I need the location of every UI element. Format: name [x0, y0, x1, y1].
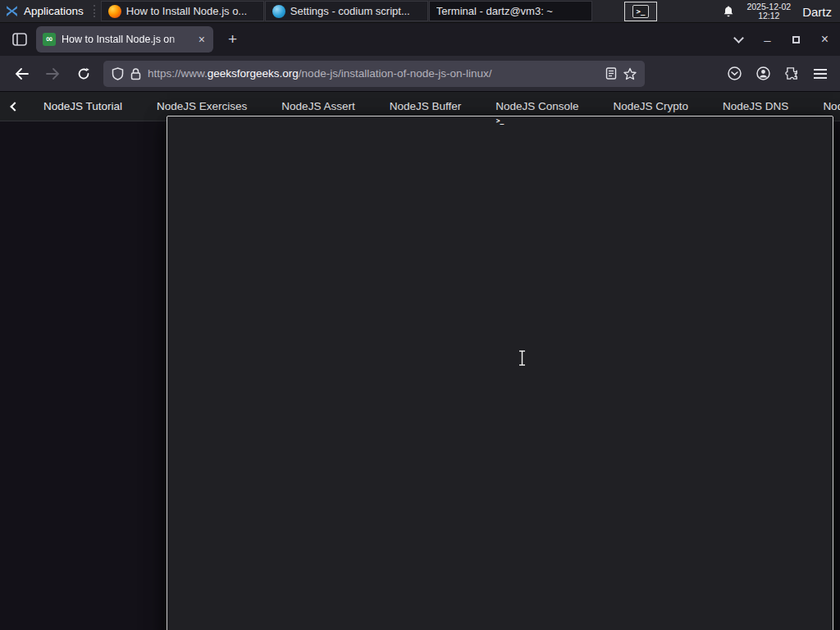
nav-scroll-left-icon[interactable] — [10, 102, 19, 111]
applications-menu-button[interactable]: Applications — [0, 0, 92, 22]
site-nav-link[interactable]: NodeJS Console — [478, 100, 596, 112]
site-nav-link[interactable]: NodeJS Exercises — [139, 100, 264, 112]
forward-button[interactable] — [41, 62, 64, 85]
window-icon — [108, 5, 121, 18]
terminal-icon — [632, 5, 649, 18]
forward-icon — [46, 68, 60, 80]
reload-icon — [77, 67, 90, 80]
site-nav-link[interactable]: NodeJS Crypto — [596, 100, 706, 112]
back-icon — [15, 68, 29, 80]
top-panel: Applications How to Install Node.js o...… — [0, 0, 840, 23]
back-button[interactable] — [10, 62, 33, 85]
window-title: How to Install Node.js o... — [126, 5, 257, 17]
site-nav-links: NodeJS TutorialNodeJS ExercisesNodeJS As… — [26, 100, 840, 112]
firefox-view-button[interactable] — [8, 29, 31, 50]
mouse-cursor-ibeam — [517, 349, 527, 367]
site-nav-link[interactable]: NodeJS Tutorial — [26, 100, 139, 112]
site-nav-link[interactable]: NodeJS DNS — [705, 100, 806, 112]
window-button-list: How to Install Node.js o... Settings - c… — [101, 0, 593, 22]
window-controls: – × — [735, 23, 840, 56]
session-user-button[interactable]: Dartz — [802, 5, 832, 19]
tab-close-button[interactable]: × — [197, 33, 207, 46]
site-nav-link[interactable]: Node — [806, 100, 840, 112]
window-icon — [272, 5, 285, 18]
geeksforgeeks-favicon — [43, 33, 56, 46]
browser-tab[interactable]: How to Install Node.js on × — [36, 26, 213, 52]
firefox-view-icon — [12, 33, 27, 46]
account-icon[interactable] — [756, 66, 770, 80]
shield-icon[interactable] — [112, 67, 124, 80]
panel-window-button[interactable]: How to Install Node.js o... — [101, 1, 264, 21]
site-nav-link[interactable]: NodeJS Assert — [264, 100, 372, 112]
window-title: Settings - codium script... — [290, 5, 421, 17]
tab-bar: How to Install Node.js on × + – × — [0, 23, 840, 56]
panel-right: 2025-12-02 12:12 Dartz — [714, 0, 840, 23]
navigation-toolbar: https://www.geeksforgeeks.org/node-js/in… — [0, 56, 840, 92]
minimize-button[interactable]: – — [764, 33, 770, 47]
url-scheme: https://www. — [148, 67, 208, 80]
tab-title: How to Install Node.js on — [62, 34, 191, 45]
tray-terminal-icon[interactable] — [624, 2, 657, 21]
maximize-button[interactable] — [792, 36, 800, 43]
url-text: https://www.geeksforgeeks.org/node-js/in… — [148, 67, 599, 80]
tasklist-handle[interactable] — [94, 5, 99, 17]
desktop-screen: Applications How to Install Node.js o...… — [0, 0, 840, 630]
panel-window-button[interactable]: Settings - codium script... — [265, 1, 428, 21]
menu-hamburger-icon[interactable] — [814, 69, 827, 79]
extensions-icon[interactable] — [785, 66, 799, 80]
url-bar[interactable]: https://www.geeksforgeeks.org/node-js/in… — [103, 61, 645, 87]
new-tab-button[interactable]: + — [223, 30, 242, 48]
panel-clock[interactable]: 2025-12-02 12:12 — [746, 2, 791, 21]
panel-window-button[interactable]: Terminal - dartz@vm3: ~ — [429, 1, 592, 21]
bookmark-star-icon[interactable] — [623, 67, 637, 80]
url-path: /node-js/installation-of-node-js-on-linu… — [299, 67, 492, 80]
clock-time: 12:12 — [746, 11, 791, 21]
toolbar-right-icons — [728, 66, 830, 80]
reader-mode-icon[interactable] — [605, 67, 617, 80]
close-button[interactable]: × — [821, 32, 829, 47]
url-domain: geeksforgeeks.org — [208, 67, 299, 80]
window-title: Terminal - dartz@vm3: ~ — [436, 5, 585, 17]
site-nav-link[interactable]: NodeJS Buffer — [372, 100, 479, 112]
lock-icon[interactable] — [130, 67, 141, 80]
reload-button[interactable] — [72, 62, 95, 85]
applications-icon — [5, 4, 19, 18]
applications-label: Applications — [24, 5, 84, 17]
list-all-tabs-chevron-icon[interactable] — [733, 33, 744, 43]
pocket-icon[interactable] — [728, 66, 742, 80]
notification-bell-icon[interactable] — [722, 5, 735, 18]
